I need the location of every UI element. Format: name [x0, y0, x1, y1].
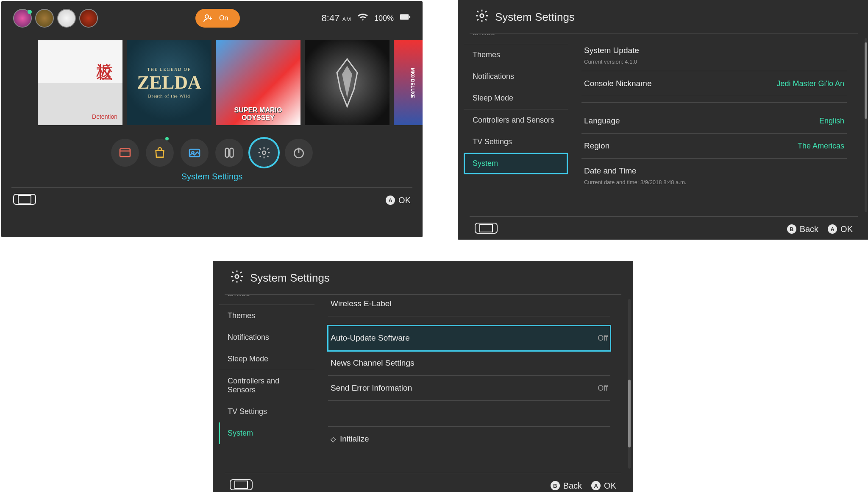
opt-initialize[interactable]: ◇ Initialize: [328, 426, 610, 451]
hint-back: B Back: [787, 224, 818, 234]
dock-row: [1, 134, 423, 168]
a-button-icon: A: [591, 481, 601, 490]
sidebar-item-sleep-mode[interactable]: Sleep Mode: [464, 87, 568, 109]
opt-console-nickname[interactable]: Console Nickname Jedi Master Gi'lo An: [581, 71, 847, 96]
battery-icon: [400, 11, 411, 25]
hint-ok: A OK: [828, 224, 853, 234]
sidebar-item-amiibo[interactable]: amiibo: [464, 34, 568, 44]
avatar-4[interactable]: [79, 9, 98, 28]
sidebar-item-sleep-mode[interactable]: Sleep Mode: [219, 348, 314, 370]
opt-news-channel[interactable]: News Channel Settings: [328, 351, 610, 376]
settings-title: System Settings: [250, 271, 330, 285]
nickname-value: Jedi Master Gi'lo An: [776, 79, 844, 88]
game-tile-mario-odyssey[interactable]: SUPER MARIO ODYSSEY: [216, 40, 300, 125]
notification-dot-icon: [165, 137, 169, 140]
scrollbar-thumb[interactable]: [628, 380, 631, 447]
svg-rect-1: [400, 14, 409, 20]
home-footer: A OK: [1, 188, 423, 212]
language-value: English: [819, 117, 844, 126]
settings-footer: B Back A OK: [458, 217, 868, 240]
sidebar-item-tv-settings[interactable]: TV Settings: [219, 401, 314, 422]
svg-rect-6: [225, 148, 229, 157]
handheld-icon: [13, 194, 36, 207]
gear-icon: [230, 269, 244, 287]
game-carousel[interactable]: 返校 Detention THE LEGEND OF ZELDA Breath …: [1, 32, 423, 134]
hint-ok: A OK: [591, 481, 616, 491]
avatar-3[interactable]: [57, 9, 76, 28]
game-tile-mariokart[interactable]: MK8 DELUXE: [394, 40, 423, 125]
home-topbar: On 8:47 AM 100%: [1, 1, 423, 32]
settings-content[interactable]: Wireless E-Label Auto-Update Software Of…: [314, 295, 633, 473]
sidebar-item-themes[interactable]: Themes: [219, 305, 314, 327]
svg-rect-2: [409, 16, 410, 18]
gear-icon: [475, 8, 489, 26]
opt-auto-update[interactable]: Auto-Update Software Off: [328, 326, 610, 351]
user-avatars: [13, 9, 98, 28]
opt-send-error[interactable]: Send Error Information Off: [328, 376, 610, 401]
svg-point-12: [480, 14, 484, 18]
sidebar-item-controllers[interactable]: Controllers and Sensors: [219, 370, 314, 401]
svg-point-8: [262, 151, 266, 154]
game-tile-zelda[interactable]: THE LEGEND OF ZELDA Breath of the Wild: [127, 40, 211, 125]
handheld-icon: [230, 479, 253, 492]
svg-rect-11: [18, 196, 31, 203]
avatar-2[interactable]: [35, 9, 54, 28]
add-user-icon: [203, 13, 213, 23]
opt-region[interactable]: Region The Americas: [581, 134, 847, 159]
hint-back: B Back: [551, 481, 582, 491]
dock-label: System Settings: [1, 168, 423, 187]
dock-album-button[interactable]: [181, 139, 209, 167]
home-screen: On 8:47 AM 100% 返校 Detention THE LEGEND …: [1, 1, 423, 237]
settings-content[interactable]: System Update Current version: 4.1.0 Con…: [568, 34, 868, 216]
dock-settings-button[interactable]: [250, 139, 278, 167]
clock: 8:47 AM: [322, 13, 351, 24]
svg-point-15: [235, 275, 239, 279]
b-button-icon: B: [551, 481, 560, 490]
system-settings-overview: System Settings amiibo Themes Notificati…: [458, 0, 868, 240]
opt-system-update-sub: Current version: 4.1.0: [581, 59, 847, 71]
a-button-icon: A: [386, 196, 395, 205]
online-pill[interactable]: On: [195, 9, 240, 28]
status-area: 8:47 AM 100%: [322, 11, 411, 25]
dock-controllers-button[interactable]: [215, 139, 243, 167]
game-tile-detention[interactable]: 返校 Detention: [38, 40, 122, 125]
opt-date-time-sub: Current date and time: 3/9/2018 8:48 a.m…: [581, 179, 847, 191]
settings-header: System Settings: [458, 0, 868, 34]
diamond-icon: ◇: [331, 435, 336, 443]
game-tile-skyrim[interactable]: [305, 40, 389, 125]
settings-header: System Settings: [213, 261, 633, 294]
send-error-value: Off: [598, 384, 608, 393]
scrollbar-thumb[interactable]: [865, 42, 867, 119]
wifi-icon: [357, 11, 368, 25]
sidebar-item-notifications[interactable]: Notifications: [219, 327, 314, 348]
svg-rect-7: [230, 148, 233, 157]
svg-rect-17: [235, 481, 248, 489]
avatar-1[interactable]: [13, 9, 32, 28]
sidebar-item-notifications[interactable]: Notifications: [464, 66, 568, 87]
skyrim-logo-icon: [330, 57, 364, 108]
sidebar-item-amiibo[interactable]: amiibo: [219, 295, 314, 305]
b-button-icon: B: [787, 224, 796, 234]
sidebar-item-controllers[interactable]: Controllers and Sensors: [464, 109, 568, 131]
svg-point-0: [205, 15, 209, 18]
svg-rect-14: [480, 224, 492, 232]
dock-news-button[interactable]: [111, 139, 139, 167]
auto-update-value: Off: [598, 334, 608, 343]
system-settings-autoupdate: System Settings amiibo Themes Notificati…: [213, 261, 633, 492]
dock-eshop-button[interactable]: [146, 139, 174, 167]
sidebar-item-system[interactable]: System: [464, 153, 568, 174]
sidebar-item-tv-settings[interactable]: TV Settings: [464, 131, 568, 153]
hint-ok: A OK: [386, 196, 411, 205]
sidebar-item-system[interactable]: System: [219, 422, 314, 444]
pill-label: On: [219, 14, 228, 22]
battery-pct: 100%: [374, 14, 394, 23]
a-button-icon: A: [828, 224, 837, 234]
svg-rect-3: [120, 149, 130, 157]
settings-title: System Settings: [495, 11, 575, 24]
opt-language[interactable]: Language English: [581, 109, 847, 134]
dock-power-button[interactable]: [285, 139, 313, 167]
opt-wireless-elabel[interactable]: Wireless E-Label: [328, 295, 610, 316]
settings-sidebar[interactable]: amiibo Themes Notifications Sleep Mode C…: [213, 295, 314, 473]
sidebar-item-themes[interactable]: Themes: [464, 44, 568, 66]
settings-sidebar[interactable]: amiibo Themes Notifications Sleep Mode C…: [458, 34, 568, 216]
